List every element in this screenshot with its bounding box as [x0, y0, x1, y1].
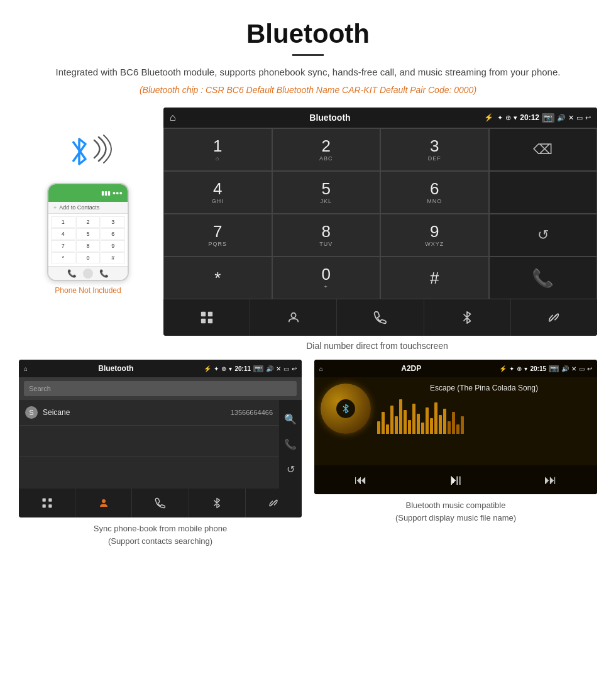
dialpad-key-8[interactable]: 8 TUV [272, 214, 381, 257]
phone-key-0[interactable]: 0 [76, 252, 101, 263]
pb-back-icon[interactable]: ↩ [292, 365, 297, 372]
music-caption-line1: Bluetooth music compatible [406, 501, 506, 510]
dialpad-key-hash[interactable]: # [380, 257, 489, 299]
music-info: Escape (The Pina Colada Song) [377, 384, 591, 459]
key-2-num: 2 [322, 138, 331, 154]
pb-btn-apps[interactable] [19, 489, 75, 517]
phone-key-8[interactable]: 8 [76, 240, 101, 252]
pb-btn-link[interactable] [246, 489, 302, 517]
play-pause-btn[interactable]: ⏯ [448, 471, 463, 489]
phone-key-9[interactable]: 9 [101, 240, 125, 252]
phonebook-item: ⌂ Bluetooth ⚡ ✦ ⊕ ▾ 20:11 📷 🔊 ✕ ▭ ↩ Sear… [19, 360, 302, 547]
dialpad-key-3[interactable]: 3 DEF [380, 128, 489, 171]
pb-call-icon[interactable]: 📞 [284, 438, 297, 450]
eq-bar-13 [430, 418, 433, 434]
bluetooth-status-icon: ✦ [497, 114, 503, 122]
dialpad-key-7[interactable]: 7 PQRS [163, 214, 272, 257]
dialpad-key-0[interactable]: 0 + [272, 257, 381, 299]
minimize-icon[interactable]: ▭ [576, 114, 583, 122]
pb-link-icon [268, 497, 279, 509]
bottom-screenshots: ⌂ Bluetooth ⚡ ✦ ⊕ ▾ 20:11 📷 🔊 ✕ ▭ ↩ Sear… [0, 360, 616, 560]
pb-status-bar: ⌂ Bluetooth ⚡ ✦ ⊕ ▾ 20:11 📷 🔊 ✕ ▭ ↩ [19, 360, 302, 377]
music-usb-icon: ⚡ [499, 365, 507, 372]
phone-call-icon[interactable]: 📞 [67, 269, 77, 278]
key-4-sub: GHI [212, 198, 224, 204]
phone-key-star[interactable]: * [51, 252, 75, 263]
music-caption-line2: (Support display music file name) [395, 513, 516, 523]
pb-refresh-icon[interactable]: ↺ [287, 463, 295, 475]
music-back-icon[interactable]: ↩ [587, 365, 592, 372]
close-icon[interactable]: ✕ [568, 114, 574, 122]
phone-key-4[interactable]: 4 [51, 228, 75, 240]
dialpad-key-1[interactable]: 1 ⌂ [163, 128, 272, 171]
pb-camera-icon[interactable]: 📷 [253, 365, 263, 372]
action-link-btn[interactable] [511, 299, 597, 336]
pb-empty-row-1 [19, 426, 279, 457]
phone-end-icon[interactable]: 📞 [99, 269, 109, 278]
svg-rect-9 [48, 504, 52, 507]
pb-btn-bluetooth[interactable] [189, 489, 246, 517]
eq-bar-5 [395, 416, 398, 434]
phone-key-7[interactable]: 7 [51, 240, 75, 252]
dialpad-key-6[interactable]: 6 MNO [380, 171, 489, 214]
eq-bar-1 [377, 421, 380, 434]
music-time: 20:15 [530, 365, 546, 372]
phone-key-5[interactable]: 5 [76, 228, 101, 240]
dialpad-key-9[interactable]: 9 WXYZ [380, 214, 489, 257]
prev-track-btn[interactable]: ⏮ [355, 473, 367, 487]
dialpad-screen-title: Bluetooth [180, 113, 481, 123]
phone-numpad: 1 2 3 4 5 6 7 8 9 * 0 # [48, 214, 128, 266]
pb-contact-row[interactable]: S Seicane 13566664466 [19, 400, 279, 426]
dialpad-backspace-cell[interactable]: ⌫ [489, 128, 598, 171]
music-home-icon[interactable]: ⌂ [319, 365, 323, 372]
key-1-sub: ⌂ [216, 155, 219, 162]
camera-icon[interactable]: 📷 [542, 113, 554, 123]
pb-close-icon[interactable]: ✕ [276, 365, 281, 372]
pb-empty-row-2 [19, 457, 279, 489]
dialpad-key-2[interactable]: 2 ABC [272, 128, 381, 171]
music-song-title: Escape (The Pina Colada Song) [377, 384, 591, 392]
back-icon[interactable]: ↩ [585, 114, 591, 122]
action-bluetooth-btn[interactable] [424, 299, 511, 336]
music-min-icon[interactable]: ▭ [579, 365, 585, 372]
pb-btn-phone[interactable] [132, 489, 189, 517]
music-close-icon[interactable]: ✕ [571, 365, 576, 372]
eq-bar-14 [434, 402, 437, 434]
svg-point-4 [291, 313, 295, 318]
key-7-sub: PQRS [208, 241, 227, 247]
dialpad-key-5[interactable]: 5 JKL [272, 171, 381, 214]
phone-key-2[interactable]: 2 [76, 216, 101, 228]
pb-vol-icon[interactable]: 🔊 [266, 365, 273, 372]
home-icon[interactable]: ⌂ [170, 112, 176, 123]
dialpad-redial-cell[interactable]: ↺ [489, 214, 598, 257]
title-section: Bluetooth Integrated with BC6 Bluetooth … [0, 0, 616, 101]
phone-home-btn[interactable] [83, 268, 93, 279]
pb-search-bar: Search [19, 377, 302, 400]
action-contacts-btn[interactable] [250, 299, 337, 336]
music-camera-icon[interactable]: 📷 [549, 365, 559, 372]
usb-icon: ⚡ [484, 113, 493, 122]
phone-bottom-bar: 📞 📞 [48, 266, 128, 280]
pb-phone-icon [155, 497, 166, 509]
phone-key-3[interactable]: 3 [101, 216, 125, 228]
dialpad-key-star[interactable]: * [163, 257, 272, 299]
pb-home-icon[interactable]: ⌂ [24, 365, 28, 372]
action-phone-btn[interactable] [337, 299, 424, 336]
dialpad-key-4[interactable]: 4 GHI [163, 171, 272, 214]
volume-icon[interactable]: 🔊 [557, 114, 566, 122]
svg-rect-1 [207, 312, 212, 316]
svg-rect-2 [201, 319, 205, 323]
music-vol-icon[interactable]: 🔊 [561, 365, 569, 372]
pb-search-input[interactable]: Search [24, 381, 297, 396]
phone-key-6[interactable]: 6 [101, 228, 125, 240]
dialpad-green-call-cell[interactable]: 📞 [489, 257, 598, 299]
pb-search-icon[interactable]: 🔍 [284, 413, 297, 425]
pb-min-icon[interactable]: ▭ [283, 365, 289, 372]
phone-key-hash[interactable]: # [101, 252, 125, 263]
pb-btn-contacts[interactable] [75, 489, 132, 517]
phone-numpad-grid: 1 2 3 4 5 6 7 8 9 * 0 # [51, 216, 125, 263]
phone-key-1[interactable]: 1 [51, 216, 75, 228]
next-track-btn[interactable]: ⏭ [544, 473, 557, 487]
action-apps-btn[interactable] [163, 299, 250, 336]
dialpad-empty-1 [489, 171, 598, 214]
